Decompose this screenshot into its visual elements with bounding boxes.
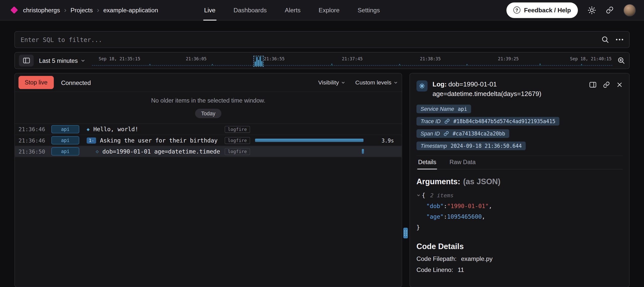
log-timestamp: 21:36:50 xyxy=(18,148,51,155)
tab-dashboards[interactable]: Dashboards xyxy=(224,0,276,20)
service-badge[interactable]: api xyxy=(51,125,79,133)
code-details-heading: Code Details xyxy=(417,242,623,251)
breadcrumb-org[interactable]: christophergs xyxy=(23,7,60,14)
json-items-note: 2 items xyxy=(430,190,454,201)
timeline-tick: Sep 18, 21:35:15 xyxy=(99,56,140,61)
details-tabs: Details Raw Data xyxy=(417,156,623,170)
share-link-button[interactable] xyxy=(606,6,614,14)
tab-settings[interactable]: Settings xyxy=(349,0,389,20)
json-entry: "dob": "1990-01-01", xyxy=(417,201,623,211)
zoom-in-button[interactable] xyxy=(617,57,625,64)
log-message: Asking the user for their birthday xyxy=(100,137,218,144)
detail-title-prefix: Log: xyxy=(432,81,447,88)
timeline-bar: Last 5 minutes Sep 18, 21:35:15 21:36:05… xyxy=(14,52,630,69)
service-badge[interactable]: api xyxy=(51,136,79,145)
details-panel: Log:dob=1990-01-01 age=datetime.timedelt… xyxy=(410,73,630,287)
custom-levels-dropdown[interactable]: Custom levels xyxy=(355,79,398,86)
tab-live[interactable]: Live xyxy=(195,0,225,20)
chevron-down-icon xyxy=(393,80,398,85)
stop-live-button[interactable]: Stop live xyxy=(18,76,54,89)
visibility-dropdown[interactable]: Visibility xyxy=(318,79,345,86)
sidebar-toggle-button[interactable] xyxy=(19,55,34,66)
timeline-tick: 21:36:05 xyxy=(186,56,207,61)
log-timestamp: 21:36:46 xyxy=(18,126,51,132)
user-avatar[interactable] xyxy=(623,4,636,16)
top-nav: christophergs › Projects › example-appli… xyxy=(0,0,644,21)
log-content: 1- Asking the user for their birthday lo… xyxy=(83,137,250,144)
chip-label: Service Name xyxy=(421,106,454,112)
json-key: "dob" xyxy=(426,201,444,211)
logfire-logo-icon[interactable] xyxy=(10,6,18,14)
activity-bar xyxy=(258,60,259,66)
filter-actions xyxy=(601,36,623,43)
tab-raw-data[interactable]: Raw Data xyxy=(449,156,476,169)
activity-cluster[interactable] xyxy=(253,56,264,67)
feedback-help-button[interactable]: ? Feedback / Help xyxy=(506,2,578,18)
logfire-tag[interactable]: logfire xyxy=(224,148,250,155)
log-row[interactable]: 21:36:46 api 1- Asking the user for thei… xyxy=(15,135,402,146)
dock-panel-button[interactable] xyxy=(589,81,596,88)
json-close-line: } xyxy=(417,222,623,232)
breadcrumb-separator: › xyxy=(97,7,99,14)
activity-tick xyxy=(399,64,400,65)
detail-title-text: dob=1990-01-01 age=datetime.timedelta(da… xyxy=(432,81,541,97)
timeline-baseline xyxy=(92,65,612,66)
timeline-track[interactable]: Sep 18, 21:35:15 21:36:05 21:36:55 21:37… xyxy=(92,53,612,69)
log-marker-icon: ◇ xyxy=(96,149,99,154)
service-name-chip[interactable]: Service Name api xyxy=(417,105,471,113)
breadcrumb: christophergs › Projects › example-appli… xyxy=(23,7,158,14)
activity-tick xyxy=(212,64,213,65)
span-bar[interactable] xyxy=(362,149,364,154)
json-value: "1990-01-01" xyxy=(447,201,489,211)
tab-details[interactable]: Details xyxy=(417,156,437,169)
tab-explore[interactable]: Explore xyxy=(310,0,349,20)
breadcrumb-projects[interactable]: Projects xyxy=(70,7,93,14)
copy-link-button[interactable] xyxy=(603,81,610,88)
chip-value: api xyxy=(458,106,467,112)
panel-resize-handle[interactable] xyxy=(403,228,408,238)
chip-label: Span ID xyxy=(421,130,440,136)
chip-value: 2024-09-18 21:36:50.644 xyxy=(451,143,522,149)
main-area: Last 5 minutes Sep 18, 21:35:15 21:36:05… xyxy=(0,31,644,287)
live-log-panel: Stop live Connected Visibility Custom le… xyxy=(14,73,402,287)
connection-status: Connected xyxy=(61,79,91,86)
breadcrumb-project[interactable]: example-application xyxy=(103,7,158,14)
log-row[interactable]: 21:36:46 api ◆ Hello, world! logfire xyxy=(15,124,402,135)
span-id-chip[interactable]: Span ID #ca741384ca2a20bb xyxy=(417,129,509,138)
arguments-heading-text: Arguments: xyxy=(417,177,460,186)
logfire-tag[interactable]: logfire xyxy=(224,137,250,144)
collapse-count-badge[interactable]: 1- xyxy=(87,137,96,143)
json-viewer: { 2 items "dob": "1990-01-01", "age": 10… xyxy=(417,190,623,233)
panel-icon xyxy=(23,58,30,64)
span-bar[interactable] xyxy=(255,139,364,142)
time-range-dropdown[interactable]: Last 5 minutes xyxy=(39,57,86,64)
tab-alerts[interactable]: Alerts xyxy=(276,0,309,20)
logfire-tag[interactable]: logfire xyxy=(224,126,250,133)
timeline-tick: 21:36:55 xyxy=(264,56,285,61)
chevron-down-icon xyxy=(81,58,86,63)
close-details-button[interactable] xyxy=(617,81,623,88)
live-panel-header: Stop live Connected Visibility Custom le… xyxy=(15,73,402,92)
chip-value: #18b84cb4847b5d574c4ad9121935a415 xyxy=(453,118,555,124)
more-options-button[interactable] xyxy=(616,38,623,40)
sql-filter-input[interactable] xyxy=(21,36,601,43)
details-header: Log:dob=1990-01-01 age=datetime.timedelt… xyxy=(417,80,623,99)
service-badge[interactable]: api xyxy=(51,147,79,156)
today-button[interactable]: Today xyxy=(195,109,222,118)
trace-id-chip[interactable]: Trace ID #18b84cb4847b5d574c4ad9121935a4… xyxy=(417,117,560,125)
visibility-label: Visibility xyxy=(318,79,339,86)
json-open-line: { 2 items xyxy=(417,190,623,201)
timeline-tick: 21:37:45 xyxy=(342,56,363,61)
breadcrumb-separator: › xyxy=(64,7,66,14)
timestamp-chip[interactable]: Timestamp 2024-09-18 21:36:50.644 xyxy=(417,141,526,150)
question-icon: ? xyxy=(513,7,520,14)
collapse-caret-icon[interactable] xyxy=(417,193,421,197)
logfire-app: christophergs › Projects › example-appli… xyxy=(0,0,644,287)
code-filepath-row: Code Filepath: example.py xyxy=(417,255,623,262)
theme-toggle-button[interactable] xyxy=(588,6,596,14)
empty-state: No older items in the selected time wind… xyxy=(15,92,402,124)
log-row-selected[interactable]: 21:36:50 api ◇ dob=1990-01-01 age=dateti… xyxy=(15,146,402,157)
span-track xyxy=(255,146,378,157)
search-button[interactable] xyxy=(601,36,609,43)
close-icon xyxy=(617,82,623,88)
